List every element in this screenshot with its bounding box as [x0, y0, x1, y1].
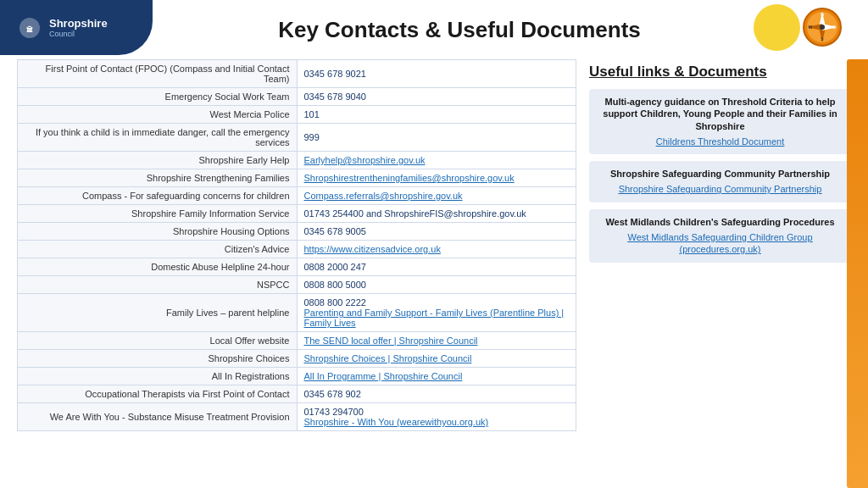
row-value[interactable]: 0808 800 2222Parenting and Family Suppor…	[297, 294, 576, 332]
row-value: 0808 800 5000	[297, 276, 576, 294]
right-decoration-bar	[847, 59, 868, 488]
table-row: Shropshire Family Information Service017…	[18, 205, 576, 223]
contacts-table: First Point of Contact (FPOC) (Compass a…	[17, 59, 576, 431]
row-value[interactable]: 01743 294700Shropshire - With You (weare…	[297, 403, 576, 431]
row-label: Shropshire Strengthening Families	[18, 169, 298, 187]
row-label: West Mercia Police	[18, 106, 298, 124]
logo-sub: Council	[49, 30, 108, 38]
table-row: Domestic Abuse Helpline 24-hour0808 2000…	[18, 258, 576, 276]
card-title: West Midlands Children's Safeguarding Pr…	[599, 216, 841, 228]
logo-name: Shropshire	[49, 17, 108, 30]
row-label: Shropshire Family Information Service	[18, 205, 298, 223]
table-row: All In RegistrationsAll In Programme | S…	[18, 368, 576, 385]
table-row: Emergency Social Work Team0345 678 9040	[18, 88, 576, 106]
svg-text:W: W	[809, 25, 813, 30]
main-content: First Point of Contact (FPOC) (Compass a…	[0, 59, 868, 488]
right-panel: Useful links & Documents Multi-agency gu…	[589, 59, 851, 480]
row-label: Shropshire Choices	[18, 350, 298, 368]
row-label: We Are With You - Substance Misuse Treat…	[18, 403, 298, 431]
compass-icon: N S W E	[802, 7, 843, 47]
row-label: Citizen's Advice	[18, 241, 298, 258]
table-row: Local Offer websiteThe SEND local offer …	[18, 332, 576, 350]
table-row: Shropshire ChoicesShropshire Choices | S…	[18, 350, 576, 368]
row-link[interactable]: Compass.referrals@shropshire.gov.uk	[304, 191, 463, 201]
table-row: Citizen's Advicehttps://www.citizensadvi…	[18, 241, 576, 258]
row-value: 01743 254400 and ShropshireFIS@shropshir…	[297, 205, 576, 223]
row-value[interactable]: Shropshire Choices | Shropshire Council	[297, 350, 576, 368]
table-row: Shropshire Strengthening FamiliesShropsh…	[18, 169, 576, 187]
info-card: Multi-agency guidance on Threshold Crite…	[589, 89, 851, 154]
row-label: Shropshire Early Help	[18, 152, 298, 169]
row-label: Shropshire Housing Options	[18, 223, 298, 241]
row-label: Occupational Therapists via First Point …	[18, 385, 298, 403]
row-label: If you think a child is in immediate dan…	[18, 124, 298, 152]
row-value: 0345 678 9021	[297, 60, 576, 88]
row-label: Domestic Abuse Helpline 24-hour	[18, 258, 298, 276]
row-link[interactable]: Shropshire Choices | Shropshire Council	[304, 353, 472, 363]
card-link[interactable]: Childrens Threshold Document	[656, 136, 784, 147]
table-row: NSPCC0808 800 5000	[18, 276, 576, 294]
row-value: 0345 678 9040	[297, 88, 576, 106]
row-link[interactable]: Earlyhelp@shropshire.gov.uk	[304, 155, 426, 165]
svg-text:N: N	[821, 12, 824, 17]
useful-links-title: Useful links & Documents	[589, 64, 851, 80]
row-link[interactable]: Parenting and Family Support - Family Li…	[304, 308, 570, 328]
row-value[interactable]: Shropshirestrentheningfamilies@shropshir…	[297, 169, 576, 187]
cards-container: Multi-agency guidance on Threshold Crite…	[589, 89, 851, 263]
row-value: 999	[297, 124, 576, 152]
row-value: 0345 678 902	[297, 385, 576, 403]
row-value: 101	[297, 106, 576, 124]
table-row: Shropshire Early HelpEarlyhelp@shropshir…	[18, 152, 576, 169]
card-title: Multi-agency guidance on Threshold Crite…	[599, 96, 841, 132]
row-label: Emergency Social Work Team	[18, 88, 298, 106]
row-value: 0808 2000 247	[297, 258, 576, 276]
row-value[interactable]: Compass.referrals@shropshire.gov.uk	[297, 187, 576, 205]
svg-point-8	[820, 25, 825, 30]
card-title: Shropshire Safeguarding Community Partne…	[599, 168, 841, 180]
table-row: We Are With You - Substance Misuse Treat…	[18, 403, 576, 431]
shropshire-logo-icon: 🏛	[17, 15, 42, 41]
table-row: West Mercia Police101	[18, 106, 576, 124]
row-value[interactable]: Earlyhelp@shropshire.gov.uk	[297, 152, 576, 169]
row-value[interactable]: The SEND local offer | Shropshire Counci…	[297, 332, 576, 350]
card-link[interactable]: West Midlands Safeguarding Children Grou…	[627, 232, 812, 254]
svg-text:🏛: 🏛	[26, 25, 33, 34]
yellow-circle-decoration	[754, 4, 800, 51]
row-label: Compass - For safeguarding concerns for …	[18, 187, 298, 205]
row-value[interactable]: All In Programme | Shropshire Council	[297, 368, 576, 385]
row-link[interactable]: Shropshire - With You (wearewithyou.org.…	[304, 417, 570, 427]
row-link[interactable]: The SEND local offer | Shropshire Counci…	[304, 336, 478, 346]
info-card: West Midlands Children's Safeguarding Pr…	[589, 209, 851, 263]
row-link[interactable]: https://www.citizensadvice.org.uk	[304, 244, 441, 254]
row-label: First Point of Contact (FPOC) (Compass a…	[18, 60, 298, 88]
table-row: First Point of Contact (FPOC) (Compass a…	[18, 60, 576, 88]
row-label: All In Registrations	[18, 368, 298, 385]
table-row: Family Lives – parent helpline0808 800 2…	[18, 294, 576, 332]
row-link[interactable]: All In Programme | Shropshire Council	[304, 371, 463, 381]
row-label: Local Offer website	[18, 332, 298, 350]
card-link[interactable]: Shropshire Safeguarding Community Partne…	[619, 184, 822, 194]
row-label: NSPCC	[18, 276, 298, 294]
row-label: Family Lives – parent helpline	[18, 294, 298, 332]
info-card: Shropshire Safeguarding Community Partne…	[589, 161, 851, 202]
table-row: If you think a child is in immediate dan…	[18, 124, 576, 152]
row-link[interactable]: Shropshirestrentheningfamilies@shropshir…	[304, 173, 515, 183]
contacts-table-section: First Point of Contact (FPOC) (Compass a…	[17, 59, 576, 480]
row-value[interactable]: https://www.citizensadvice.org.uk	[297, 241, 576, 258]
table-row: Shropshire Housing Options0345 678 9005	[18, 223, 576, 241]
row-value: 0345 678 9005	[297, 223, 576, 241]
table-row: Occupational Therapists via First Point …	[18, 385, 576, 403]
table-row: Compass - For safeguarding concerns for …	[18, 187, 576, 205]
header: 🏛 Shropshire Council Key Contacts & Usef…	[0, 0, 868, 59]
logo-area: 🏛 Shropshire Council	[0, 0, 153, 55]
